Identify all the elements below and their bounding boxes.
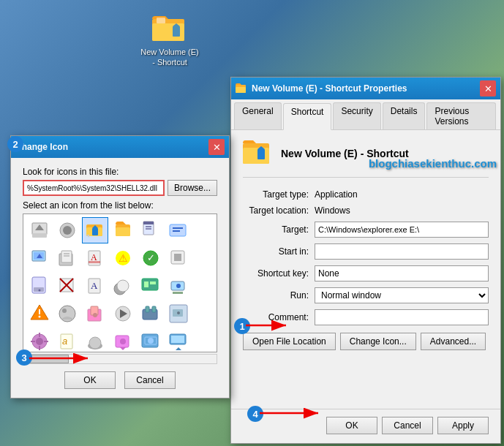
icon-item[interactable] xyxy=(138,273,164,299)
run-select[interactable]: Normal window Minimized Maximized xyxy=(315,287,489,303)
icon-item[interactable] xyxy=(26,245,53,271)
change-icon-button[interactable]: Change Icon... xyxy=(340,333,416,350)
target-label: Target: xyxy=(243,224,309,235)
svg-point-15 xyxy=(63,226,72,235)
icon-item[interactable] xyxy=(165,273,192,299)
icon-item[interactable] xyxy=(110,217,136,243)
svg-point-69 xyxy=(93,313,97,317)
shortcut-apply-button[interactable]: Apply xyxy=(437,417,489,434)
change-icon-cancel-button[interactable]: Cancel xyxy=(124,371,176,389)
icon-item[interactable] xyxy=(138,328,164,352)
target-input[interactable] xyxy=(315,222,489,238)
icon-item[interactable] xyxy=(110,328,136,352)
titlebar-title: New Volume (E) - Shortcut Properties xyxy=(252,83,407,94)
shortcut-properties-dialog: New Volume (E) - Shortcut Properties ✕ G… xyxy=(230,77,501,444)
tab-previous-versions[interactable]: Previous Versions xyxy=(426,102,496,129)
icon-item[interactable] xyxy=(26,273,53,299)
icon-item[interactable]: ⚠ xyxy=(110,245,136,271)
icon-item[interactable] xyxy=(26,217,53,243)
icon-item[interactable]: A xyxy=(82,245,108,271)
tab-details[interactable]: Details xyxy=(383,102,426,129)
svg-rect-24 xyxy=(143,222,154,224)
desktop: New Volume (E) - Shortcut New Volume (E)… xyxy=(0,0,504,446)
icon-item[interactable] xyxy=(165,245,192,271)
change-icon-ok-button[interactable]: OK xyxy=(64,371,116,389)
icon-scrollbar[interactable] xyxy=(23,354,217,364)
shortcut-props-titlebar: New Volume (E) - Shortcut Properties ✕ xyxy=(231,78,500,99)
start-in-label: Start in: xyxy=(243,246,309,257)
svg-rect-13 xyxy=(32,233,47,238)
start-in-input[interactable] xyxy=(315,243,489,260)
svg-rect-58 xyxy=(150,281,156,284)
tab-shortcut[interactable]: Shortcut xyxy=(283,103,332,130)
file-path-input[interactable] xyxy=(23,180,165,196)
icon-item[interactable] xyxy=(82,328,108,352)
tab-security[interactable]: Security xyxy=(333,102,380,129)
tab-bar: General Shortcut Security Details Previo… xyxy=(231,99,500,130)
open-file-location-button[interactable]: Open File Location xyxy=(243,333,336,350)
tab-general[interactable]: General xyxy=(234,102,282,129)
svg-point-66 xyxy=(62,309,67,313)
icon-item[interactable] xyxy=(110,301,136,327)
icon-item[interactable]: ✓ xyxy=(138,245,164,271)
svg-rect-22 xyxy=(116,227,130,236)
file-label: Look for icons in this file: xyxy=(23,167,217,177)
blog-watermark: blogchiasekienthuc.com xyxy=(369,157,497,170)
comment-input[interactable] xyxy=(315,309,489,325)
svg-marker-96 xyxy=(176,347,181,350)
svg-point-64 xyxy=(39,316,41,318)
icon-item[interactable]: A xyxy=(82,273,108,299)
shortcut-key-input[interactable] xyxy=(315,265,489,281)
advanced-button[interactable]: Advanced... xyxy=(421,333,486,350)
icon-item[interactable] xyxy=(54,245,80,271)
icon-item[interactable] xyxy=(26,328,53,352)
icon-item[interactable] xyxy=(110,273,136,299)
icon-item[interactable] xyxy=(138,301,164,327)
icon-item[interactable] xyxy=(165,217,192,243)
icon-item-selected[interactable] xyxy=(82,217,108,243)
svg-point-48 xyxy=(39,290,41,292)
shortcut-props-footer: OK Cancel Apply xyxy=(231,409,500,443)
svg-point-90 xyxy=(120,339,126,344)
svg-text:a: a xyxy=(62,336,67,347)
icon-item[interactable] xyxy=(82,301,108,327)
icon-item[interactable] xyxy=(138,217,164,243)
svg-point-79 xyxy=(36,338,43,345)
svg-point-92 xyxy=(148,338,154,344)
shortcut-cancel-button[interactable]: Cancel xyxy=(382,417,433,434)
icon-item[interactable] xyxy=(165,328,192,352)
svg-text:A: A xyxy=(91,280,98,291)
badge-4: 4 xyxy=(247,406,263,422)
icon-item[interactable] xyxy=(54,301,80,327)
icon-item[interactable] xyxy=(26,301,53,327)
svg-rect-3 xyxy=(173,26,180,37)
change-icon-dialog: Change Icon ✕ Look for icons in this fil… xyxy=(10,135,230,398)
svg-marker-89 xyxy=(120,347,126,350)
comment-row: Comment: xyxy=(243,309,489,325)
change-icon-content: Look for icons in this file: Browse... S… xyxy=(11,158,229,398)
icon-item[interactable]: a xyxy=(54,328,80,352)
target-type-label: Target type: xyxy=(243,189,309,200)
icon-item[interactable] xyxy=(54,273,80,299)
icon-item[interactable] xyxy=(54,217,80,243)
shortcut-key-row: Shortcut key: xyxy=(243,265,489,281)
change-icon-close-button[interactable]: ✕ xyxy=(208,139,225,155)
desktop-icon-label: New Volume (E) - Shortcut xyxy=(140,47,199,68)
svg-rect-29 xyxy=(173,230,180,232)
shortcut-props-close-button[interactable]: ✕ xyxy=(480,80,496,97)
svg-rect-8 xyxy=(243,148,269,164)
icon-item[interactable] xyxy=(165,301,192,327)
badge-2: 2 xyxy=(7,136,23,152)
desktop-icon[interactable]: New Volume (E) - Shortcut xyxy=(140,13,199,68)
shortcut-ok-button[interactable]: OK xyxy=(326,417,377,434)
run-row: Run: Normal window Minimized Maximized xyxy=(243,287,489,303)
start-in-row: Start in: xyxy=(243,243,489,260)
titlebar-folder-icon xyxy=(236,83,247,94)
svg-rect-57 xyxy=(144,281,148,287)
svg-point-77 xyxy=(177,311,180,314)
badge-3: 3 xyxy=(16,349,32,366)
svg-text:⚠: ⚠ xyxy=(119,252,128,264)
folder-shortcut-icon xyxy=(152,13,187,44)
browse-button[interactable]: Browse... xyxy=(168,180,217,196)
svg-point-87 xyxy=(89,337,101,349)
